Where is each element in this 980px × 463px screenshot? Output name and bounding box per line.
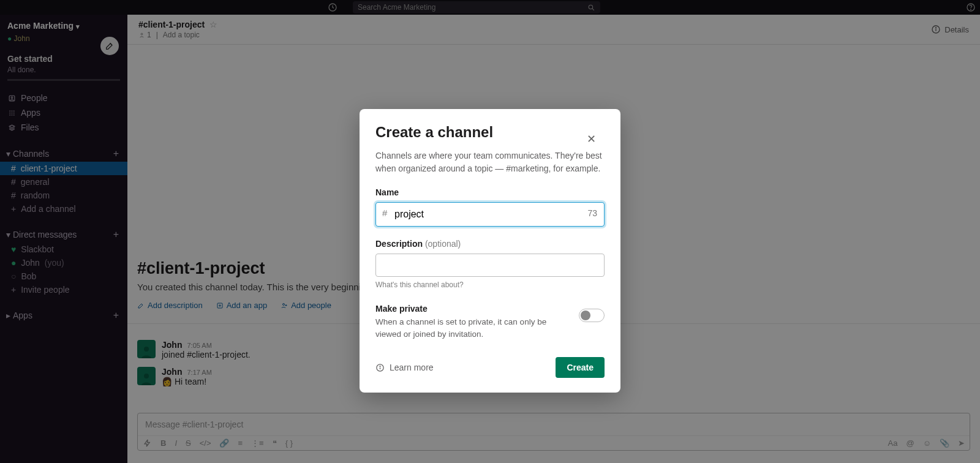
make-private-title: Make private <box>375 304 568 314</box>
name-label: Name <box>375 187 605 197</box>
svg-point-23 <box>380 366 380 366</box>
description-label: Description <box>375 239 423 249</box>
optional-label: (optional) <box>425 239 461 249</box>
create-channel-modal: Create a channel ✕ Channels are where yo… <box>360 109 620 393</box>
learn-more-link[interactable]: Learn more <box>375 363 434 372</box>
close-icon[interactable]: ✕ <box>587 132 596 146</box>
modal-title: Create a channel <box>375 124 605 141</box>
create-button[interactable]: Create <box>556 357 605 378</box>
info-icon <box>375 363 385 372</box>
description-hint: What's this channel about? <box>375 280 605 289</box>
make-private-desc: When a channel is set to private, it can… <box>375 316 568 340</box>
channel-name-input[interactable] <box>375 202 605 227</box>
private-toggle[interactable] <box>579 309 605 322</box>
modal-overlay[interactable]: Create a channel ✕ Channels are where yo… <box>0 0 980 463</box>
channel-description-input[interactable] <box>375 254 605 277</box>
hash-icon: # <box>382 208 387 218</box>
modal-description: Channels are where your team communicate… <box>375 149 605 175</box>
char-remaining: 73 <box>587 208 597 218</box>
